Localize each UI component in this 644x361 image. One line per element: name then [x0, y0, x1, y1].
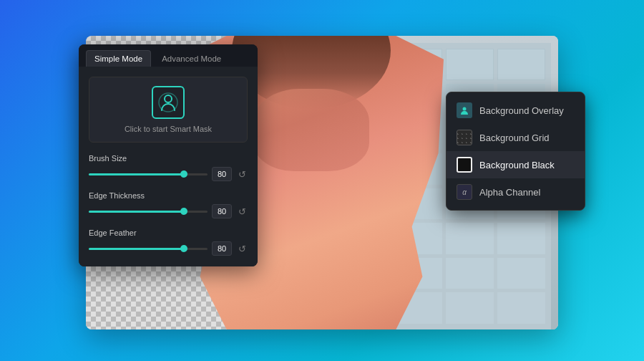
overlay-icon	[457, 102, 472, 118]
grid-icon	[457, 130, 472, 145]
edge-thickness-fill	[89, 211, 184, 213]
brush-size-fill	[89, 173, 184, 175]
edge-thickness-reset[interactable]: ↺	[236, 206, 248, 217]
black-icon	[457, 157, 472, 173]
edge-thickness-group: Edge Thickness 80 ↺	[89, 191, 248, 218]
window	[497, 292, 545, 324]
menu-item-overlay[interactable]: Background Overlay	[447, 97, 585, 124]
edge-feather-row: 80 ↺	[89, 241, 248, 256]
brush-size-label: Brush Size	[89, 154, 248, 163]
brush-size-thumb[interactable]	[180, 170, 187, 178]
smart-mask-icon	[152, 86, 185, 119]
window	[497, 223, 545, 254]
brush-size-reset[interactable]: ↺	[236, 168, 248, 180]
edge-feather-value[interactable]: 80	[212, 241, 232, 256]
window	[497, 49, 545, 80]
grid-label: Background Grid	[479, 133, 550, 143]
alpha-icon: α	[457, 184, 472, 200]
black-label: Background Black	[479, 160, 555, 170]
edge-thickness-value[interactable]: 80	[212, 204, 232, 218]
menu-item-grid[interactable]: Background Grid	[447, 124, 585, 151]
edge-feather-thumb[interactable]	[180, 245, 187, 252]
window	[446, 292, 494, 324]
svg-point-0	[165, 95, 172, 102]
edge-thickness-row: 80 ↺	[89, 204, 248, 218]
background-dropdown-menu: Background Overlay Background Grid Backg…	[446, 92, 585, 211]
window	[446, 223, 494, 254]
person-mask-icon	[157, 92, 179, 113]
edge-feather-reset[interactable]: ↺	[236, 243, 248, 254]
brush-size-track[interactable]	[89, 173, 208, 175]
brush-size-row: 80 ↺	[89, 167, 248, 181]
brush-size-group: Brush Size 80 ↺	[89, 154, 248, 181]
panel-tabs: Simple Mode Advanced Mode	[79, 44, 258, 67]
svg-point-2	[463, 107, 467, 111]
edge-feather-track[interactable]	[89, 248, 208, 250]
window	[497, 258, 545, 289]
tab-simple-mode[interactable]: Simple Mode	[86, 50, 151, 67]
overlay-label: Background Overlay	[479, 105, 564, 116]
smart-mask-button[interactable]: Click to start Smart Mask	[89, 77, 248, 143]
panel: Simple Mode Advanced Mode Click to start…	[79, 44, 258, 266]
tab-advanced-mode[interactable]: Advanced Mode	[154, 50, 229, 67]
edge-thickness-track[interactable]	[89, 211, 208, 213]
edge-thickness-thumb[interactable]	[180, 208, 187, 215]
window	[446, 258, 494, 289]
edge-thickness-label: Edge Thickness	[89, 191, 248, 200]
menu-item-black[interactable]: Background Black	[447, 151, 585, 178]
panel-body: Click to start Smart Mask Brush Size 80 …	[79, 67, 258, 266]
edge-feather-label: Edge Feather	[89, 228, 248, 237]
alpha-label: Alpha Channel	[479, 187, 540, 198]
menu-item-alpha[interactable]: α Alpha Channel	[447, 178, 585, 206]
brush-size-value[interactable]: 80	[212, 167, 232, 181]
window	[446, 49, 494, 80]
edge-feather-fill	[89, 248, 184, 250]
smart-mask-label: Click to start Smart Mask	[125, 125, 212, 133]
edge-feather-group: Edge Feather 80 ↺	[89, 228, 248, 256]
